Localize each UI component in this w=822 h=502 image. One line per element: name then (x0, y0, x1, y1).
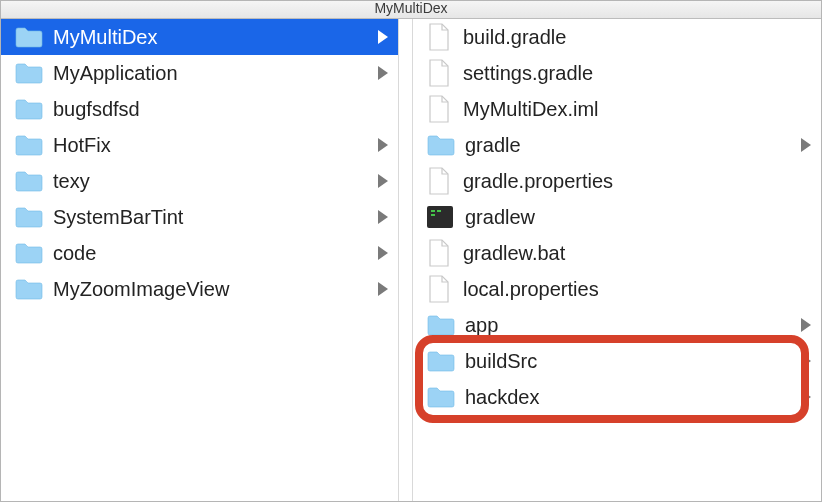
item-label: gradlew.bat (463, 242, 811, 265)
right-item[interactable]: build.gradle (413, 19, 821, 55)
file-icon (427, 167, 451, 195)
chevron-right-icon (378, 282, 388, 296)
folder-icon (15, 242, 43, 264)
item-label: settings.gradle (463, 62, 811, 85)
folder-icon (15, 98, 43, 120)
item-label: SystemBarTint (53, 206, 370, 229)
item-label: gradlew (465, 206, 811, 229)
item-label: bugfsdfsd (53, 98, 388, 121)
window-titlebar: MyMultiDex (1, 1, 821, 19)
file-icon (427, 59, 451, 87)
chevron-right-icon (378, 210, 388, 224)
columns-view: MyMultiDexMyApplicationbugfsdfsdHotFixte… (1, 19, 821, 501)
file-icon (427, 95, 451, 123)
item-label: MyMultiDex (53, 26, 370, 49)
right-item[interactable]: app (413, 307, 821, 343)
right-item[interactable]: MyMultiDex.iml (413, 91, 821, 127)
finder-window: MyMultiDex MyMultiDexMyApplicationbugfsd… (0, 0, 822, 502)
chevron-right-icon (378, 174, 388, 188)
item-label: gradle (465, 134, 793, 157)
folder-icon (15, 26, 43, 48)
chevron-right-icon (378, 66, 388, 80)
item-label: buildSrc (465, 350, 793, 373)
item-label: MyZoomImageView (53, 278, 370, 301)
column-divider (399, 19, 413, 501)
right-item[interactable]: gradlew.bat (413, 235, 821, 271)
item-label: code (53, 242, 370, 265)
left-item[interactable]: HotFix (1, 127, 398, 163)
folder-icon (427, 314, 455, 336)
folder-icon (15, 134, 43, 156)
chevron-right-icon (378, 138, 388, 152)
chevron-right-icon (801, 138, 811, 152)
folder-icon (427, 134, 455, 156)
item-label: local.properties (463, 278, 811, 301)
item-label: MyApplication (53, 62, 370, 85)
right-item[interactable]: hackdex (413, 379, 821, 415)
chevron-right-icon (378, 30, 388, 44)
left-item[interactable]: bugfsdfsd (1, 91, 398, 127)
item-label: HotFix (53, 134, 370, 157)
left-item[interactable]: MyZoomImageView (1, 271, 398, 307)
left-item[interactable]: MyMultiDex (1, 19, 398, 55)
column-right[interactable]: build.gradlesettings.gradleMyMultiDex.im… (413, 19, 821, 501)
window-title: MyMultiDex (374, 1, 447, 16)
file-icon (427, 23, 451, 51)
left-item[interactable]: SystemBarTint (1, 199, 398, 235)
right-item[interactable]: gradlew (413, 199, 821, 235)
item-label: MyMultiDex.iml (463, 98, 811, 121)
chevron-right-icon (801, 318, 811, 332)
left-item[interactable]: texy (1, 163, 398, 199)
chevron-right-icon (801, 390, 811, 404)
right-item[interactable]: local.properties (413, 271, 821, 307)
item-label: hackdex (465, 386, 793, 409)
folder-icon (15, 62, 43, 84)
exec-icon (427, 206, 453, 228)
chevron-right-icon (378, 246, 388, 260)
folder-icon (427, 350, 455, 372)
chevron-right-icon (801, 354, 811, 368)
item-label: texy (53, 170, 370, 193)
right-item[interactable]: settings.gradle (413, 55, 821, 91)
folder-icon (15, 278, 43, 300)
folder-icon (15, 170, 43, 192)
item-label: gradle.properties (463, 170, 811, 193)
column-left[interactable]: MyMultiDexMyApplicationbugfsdfsdHotFixte… (1, 19, 399, 501)
left-item[interactable]: code (1, 235, 398, 271)
left-item[interactable]: MyApplication (1, 55, 398, 91)
item-label: app (465, 314, 793, 337)
right-item[interactable]: gradle (413, 127, 821, 163)
file-icon (427, 275, 451, 303)
folder-icon (15, 206, 43, 228)
right-item[interactable]: gradle.properties (413, 163, 821, 199)
file-icon (427, 239, 451, 267)
folder-icon (427, 386, 455, 408)
item-label: build.gradle (463, 26, 811, 49)
right-item[interactable]: buildSrc (413, 343, 821, 379)
